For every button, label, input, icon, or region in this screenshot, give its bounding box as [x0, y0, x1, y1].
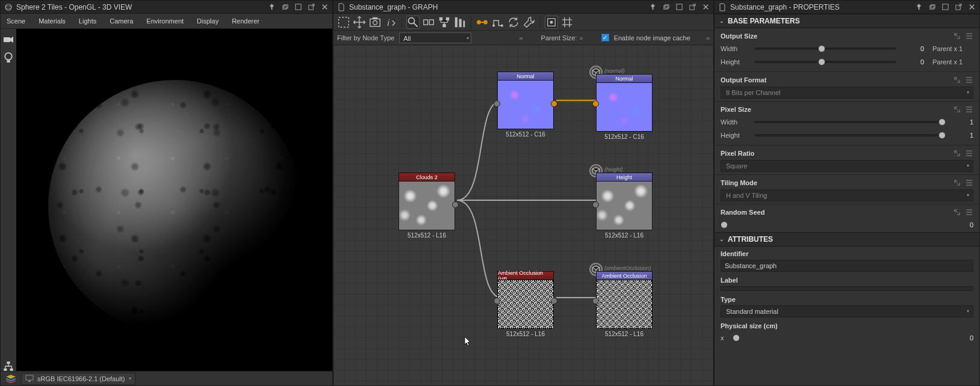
menu-icon[interactable] [965, 32, 973, 40]
output-port[interactable] [551, 100, 557, 107]
pin-icon[interactable] [267, 3, 276, 11]
menu-icon[interactable] [965, 76, 973, 84]
input-port[interactable] [592, 201, 599, 208]
value-height[interactable]: 0 [901, 58, 924, 66]
menu-lights[interactable]: Lights [79, 17, 96, 25]
section-attributes[interactable]: ⌄ ATTRIBUTES [715, 232, 979, 247]
menu-icon[interactable] [965, 149, 973, 158]
graph-canvas[interactable]: Clouds 2 512x512 - L16 Normal 512x512 - … [333, 45, 713, 385]
menu-renderer[interactable]: Renderer [232, 17, 259, 25]
camera-icon[interactable] [3, 35, 14, 44]
popout-icon[interactable] [954, 3, 963, 11]
lightbulb-icon[interactable] [3, 53, 14, 63]
input-port[interactable] [494, 100, 500, 107]
value-physical-x[interactable]: 0 [951, 334, 973, 342]
refresh-icon[interactable] [507, 16, 520, 29]
inherit-icon[interactable] [953, 149, 961, 158]
physical-x-slider[interactable] [733, 334, 740, 342]
node-clouds2[interactable]: Clouds 2 512x512 - L16 [399, 173, 455, 239]
filter-select[interactable]: All [399, 32, 471, 43]
maximize-icon[interactable] [675, 3, 683, 11]
node-ao[interactable]: Ambient Occlusion (HB… 512x512 - L16 [497, 271, 554, 337]
maximize-icon[interactable] [294, 3, 302, 11]
viewport-3d[interactable] [16, 29, 332, 371]
restore-icon[interactable] [281, 3, 289, 11]
hierarchy-icon[interactable] [3, 361, 14, 371]
inherit-icon[interactable] [953, 76, 961, 84]
input-port[interactable] [592, 298, 599, 304]
value-pixel-width[interactable]: 1 [951, 118, 973, 126]
menu-scene[interactable]: Scene [7, 17, 25, 25]
value-width[interactable]: 0 [901, 45, 924, 52]
slider-pixel-height[interactable] [754, 134, 946, 136]
close-icon[interactable] [320, 3, 329, 11]
slider-width[interactable] [754, 47, 896, 50]
inherit-icon[interactable] [953, 208, 961, 216]
prop-title-random-seed: Random Seed [721, 209, 953, 216]
popout-icon[interactable] [688, 3, 696, 11]
slider-pixel-width[interactable] [754, 121, 946, 123]
menu-display[interactable]: Display [197, 17, 219, 25]
cache-checkbox[interactable]: ✓ [601, 34, 609, 41]
restore-icon[interactable] [662, 3, 670, 11]
menu-icon[interactable] [965, 179, 973, 187]
titlebar-3d[interactable]: Sphere 2 Tiles - OpenGL - 3D VIEW [1, 1, 332, 14]
close-icon[interactable] [701, 3, 710, 11]
popout-icon[interactable] [307, 3, 315, 11]
select-tiling-mode[interactable]: H and V Tiling▾ [721, 189, 973, 201]
grid-icon[interactable] [560, 16, 574, 29]
info-icon[interactable]: i [384, 16, 397, 29]
inherit-icon[interactable] [953, 179, 961, 187]
select-output-format[interactable]: 8 Bits per Channel▾ [721, 87, 973, 99]
move-icon[interactable] [353, 16, 366, 29]
section-base-parameters[interactable]: ⌄ BASE PARAMETERS [715, 14, 979, 28]
layers-icon[interactable] [5, 374, 16, 384]
menu-environment[interactable]: Environment [146, 17, 184, 25]
select-icon[interactable] [337, 16, 350, 29]
snapshot-icon[interactable] [368, 16, 382, 29]
node-output-normal[interactable]: Normal 512x512 - C16 [596, 74, 653, 140]
inherit-icon[interactable] [953, 32, 961, 40]
input-identifier[interactable]: Substance_graph [721, 260, 973, 272]
overflow-icon[interactable]: » [706, 34, 710, 41]
input-label[interactable] [721, 286, 973, 291]
zoom-icon[interactable] [406, 16, 420, 29]
pin-icon[interactable] [648, 3, 657, 11]
value-random-seed[interactable]: 0 [951, 221, 973, 228]
input-port[interactable] [592, 100, 599, 107]
wrench-icon[interactable] [523, 16, 536, 29]
svg-rect-26 [439, 17, 443, 20]
menu-icon[interactable] [965, 105, 973, 114]
titlebar-props[interactable]: Substance_graph - PROPERTIES [715, 1, 979, 14]
highlight-icon[interactable] [545, 16, 558, 29]
select-pixel-ratio[interactable]: Square▾ [721, 160, 973, 172]
maximize-icon[interactable] [941, 3, 949, 11]
node-output-ao[interactable]: Ambient Occlusion 512x512 - L16 [596, 271, 653, 337]
expand-icon[interactable]: » [519, 34, 523, 41]
parent-size-expand-icon[interactable]: » [580, 34, 583, 41]
menu-materials[interactable]: Materials [39, 17, 66, 25]
slider-height[interactable] [754, 61, 896, 63]
node-normal[interactable]: Normal 512x512 - C16 [497, 72, 554, 138]
colorspace-selector[interactable]: sRGB IEC61966-2.1 (Default) ▾ [21, 373, 135, 385]
close-icon[interactable] [967, 3, 976, 11]
link-icon[interactable] [476, 16, 489, 29]
output-port[interactable] [551, 298, 557, 304]
restore-icon[interactable] [928, 3, 936, 11]
svg-rect-9 [7, 361, 10, 364]
titlebar-graph[interactable]: Substance_graph - GRAPH [333, 1, 713, 14]
seed-slider[interactable] [721, 221, 728, 228]
menu-camera[interactable]: Camera [110, 17, 133, 25]
menu-icon[interactable] [965, 208, 973, 216]
pin-icon[interactable] [914, 3, 923, 11]
route-icon[interactable] [491, 16, 504, 29]
input-port[interactable] [494, 298, 500, 304]
output-port[interactable] [452, 201, 459, 208]
inherit-icon[interactable] [953, 105, 961, 114]
value-pixel-height[interactable]: 1 [951, 132, 973, 139]
hierarchy2-icon[interactable] [438, 16, 451, 29]
align-icon[interactable] [453, 16, 467, 29]
node-output-height[interactable]: Height 512x512 - L16 [596, 173, 653, 239]
select-type[interactable]: Standard material▾ [721, 305, 973, 317]
fit-icon[interactable] [422, 16, 435, 29]
